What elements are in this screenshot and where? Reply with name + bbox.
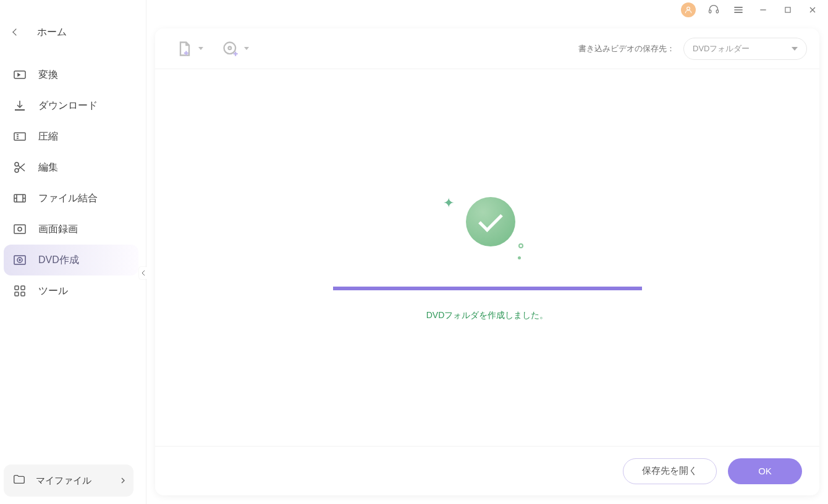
svg-point-9 [19,259,20,261]
svg-rect-16 [716,10,718,13]
chevron-right-icon [121,475,125,486]
destination-select[interactable]: DVDフォルダー [683,38,807,60]
sidebar-item-label: ダウンロード [38,99,98,112]
toolbar: 書き込みビデオの保存先： DVDフォルダー [155,28,819,69]
sidebar-item-label: DVD作成 [38,254,79,267]
decorative-dot [518,243,523,248]
close-button[interactable] [806,3,819,17]
sidebar-item-record[interactable]: 画面録画 [4,214,138,245]
footer: 保存先を開く OK [155,446,819,495]
decorative-dot [518,256,521,259]
menu-button[interactable] [732,3,745,17]
destination-value: DVDフォルダー [693,43,792,54]
chevron-down-icon [792,47,798,51]
ok-button[interactable]: OK [728,458,802,484]
svg-rect-5 [14,225,25,233]
compress-icon [12,129,27,144]
sidebar-item-label: 画面録画 [38,223,78,236]
sidebar-item-label: 圧縮 [38,130,58,143]
sparkle-icon: ✦ [443,195,454,211]
add-file-button[interactable] [176,40,203,57]
sidebar-item-label: 変換 [38,69,58,82]
my-files-button[interactable]: マイファイル [4,464,133,497]
svg-rect-17 [785,7,790,12]
sidebar-item-label: ツール [38,285,68,298]
ok-label: OK [758,466,772,476]
result-content: ✦ DVDフォルダを作成しました。 [155,69,819,446]
support-button[interactable] [707,3,720,17]
sidebar: ホーム 変換 ダウンロード 圧縮 編集 [0,0,146,504]
svg-point-18 [224,42,236,54]
open-destination-label: 保存先を開く [642,465,698,477]
main-area: 書き込みビデオの保存先： DVDフォルダー ✦ DVDフォルダを作成しました。 … [146,0,828,504]
disc-icon [12,253,27,267]
svg-rect-11 [21,286,25,290]
account-button[interactable] [681,2,696,17]
content-panel: 書き込みビデオの保存先： DVDフォルダー ✦ DVDフォルダを作成しました。 … [155,28,819,495]
svg-point-14 [687,7,690,10]
sidebar-item-download[interactable]: ダウンロード [4,90,138,121]
burn-destination-label: 書き込みビデオの保存先： [578,43,675,54]
back-chevron-icon [12,28,19,35]
sidebar-item-label: 編集 [38,161,58,174]
maximize-button[interactable] [781,3,795,17]
add-disc-icon [222,40,239,57]
check-circle-icon [466,197,515,246]
svg-point-6 [18,227,22,231]
sidebar-item-compress[interactable]: 圧縮 [4,121,138,152]
progress-bar [333,287,642,290]
svg-point-19 [229,46,232,49]
sidebar-home-label: ホーム [37,26,67,39]
svg-rect-1 [14,133,25,140]
folder-icon [12,472,26,489]
record-icon [12,222,27,237]
add-disc-button[interactable] [222,40,249,57]
svg-rect-10 [15,286,19,290]
chevron-down-icon [198,47,203,50]
convert-icon [12,67,27,82]
title-bar [146,0,828,20]
my-files-label: マイファイル [36,475,121,487]
add-file-icon [176,40,193,57]
svg-point-2 [15,162,19,166]
sidebar-menu: 変換 ダウンロード 圧縮 編集 ファイル結合 [0,59,146,306]
sidebar-item-convert[interactable]: 変換 [4,59,138,90]
sidebar-item-tools[interactable]: ツール [4,275,138,306]
svg-rect-15 [709,10,711,13]
open-destination-button[interactable]: 保存先を開く [623,458,717,484]
tools-icon [12,284,27,298]
sidebar-item-merge[interactable]: ファイル結合 [4,183,138,214]
merge-icon [12,191,27,206]
sidebar-item-dvd[interactable]: DVD作成 [4,245,138,275]
svg-point-3 [15,169,19,172]
chevron-down-icon [244,47,249,50]
svg-rect-13 [21,292,25,296]
scissors-icon [12,160,27,175]
minimize-button[interactable] [756,3,770,17]
sidebar-item-label: ファイル結合 [38,192,98,205]
svg-rect-12 [15,292,19,296]
download-icon [12,98,27,113]
success-icon: ✦ [450,194,525,256]
sidebar-home[interactable]: ホーム [0,16,146,48]
status-text: DVDフォルダを作成しました。 [426,310,549,321]
sidebar-item-edit[interactable]: 編集 [4,152,138,183]
